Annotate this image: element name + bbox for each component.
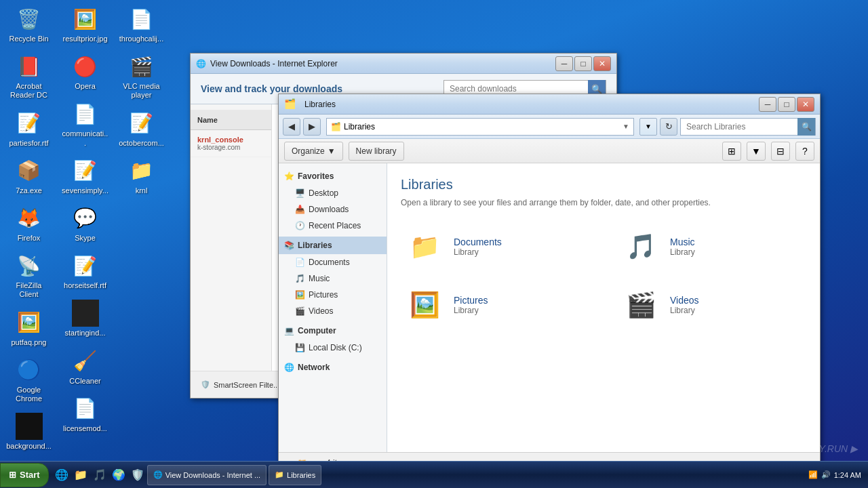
organize-label: Organize [292,146,325,156]
libraries-sidebar: ⭐ Favorites 🖥️ Desktop 📥 Downloads 🕐 Rec… [279,163,387,452]
ie-minimize-button[interactable]: ─ [555,56,573,71]
icon-throughcalij[interactable]: 📄 throughcalij... [116,3,167,45]
sidebar-section-libraries: 📚 Libraries 📄 Documents 🎵 Music 🖼️ Pictu… [279,237,387,319]
taskbar-explorer-icon[interactable]: 📁 [71,466,90,485]
ie-title-icon: 🌐 [196,59,206,68]
icon-recycle-bin[interactable]: 🗑️ Recycle Bin [3,3,54,45]
ie-maximize-button[interactable]: □ [574,56,592,71]
icon-firefox[interactable]: 🦊 Firefox [3,203,54,245]
libraries-close-button[interactable]: ✕ [797,97,814,112]
icon-resultprior[interactable]: 🖼️ resultprior.jpg [60,3,111,45]
icon-krnl[interactable]: 📁 krnl [116,155,167,197]
help-button[interactable]: ? [795,142,814,161]
libraries-minimize-button[interactable]: ─ [759,97,776,112]
view-layout-button[interactable]: ⊞ [722,142,741,161]
icon-background[interactable]: background... [3,411,54,453]
ie-title: 🌐 View Downloads - Internet Explorer [196,59,555,68]
local-disk-icon: 💾 [295,343,305,352]
refresh-button[interactable]: ↻ [660,118,677,136]
library-search-input[interactable] [681,122,797,131]
new-library-button[interactable]: New library [349,142,404,161]
libraries-main-desc: Open a library to see your files and arr… [401,198,806,207]
view-dropdown-button[interactable]: ▼ [747,142,766,161]
icon-acrobat[interactable]: 📕 Acrobat Reader DC [3,51,54,102]
icon-7za[interactable]: 📦 7za.exe [3,155,54,197]
address-bar[interactable]: 🗂️ Libraries ▼ [326,118,634,136]
libraries-body: ⭐ Favorites 🖥️ Desktop 📥 Downloads 🕐 Rec… [279,163,820,452]
icon-ccleaner[interactable]: 🧹 CCleaner [60,346,111,388]
icon-licensemod[interactable]: 📄 licensemod... [60,393,111,435]
taskbar-security-icon[interactable]: 🛡️ [128,466,147,485]
library-search-box: 🔍 [680,118,816,136]
library-item-documents[interactable]: 📁 Documents Library [401,224,590,269]
sidebar-computer-header[interactable]: 💻 Computer [279,322,387,340]
tray-time: 1:24 AM [834,471,861,479]
libraries-toolbar: Organize ▼ New library ⊞ ▼ ⊟ ? [279,139,820,163]
library-search-button[interactable]: 🔍 [797,118,815,136]
ie-titlebar[interactable]: 🌐 View Downloads - Internet Explorer ─ □… [191,54,616,74]
sidebar-libraries-header[interactable]: 📚 Libraries [279,237,387,254]
ie-close-button[interactable]: ✕ [593,56,611,71]
sidebar-item-desktop[interactable]: 🖥️ Desktop [279,185,387,201]
icon-horseitself[interactable]: 📝 horseitself.rtf [60,250,111,292]
start-button[interactable]: ⊞ Start [0,463,49,487]
sidebar-item-pictures[interactable]: 🖼️ Pictures [279,287,387,303]
libraries-navbar: ◀ ▶ 🗂️ Libraries ▼ ▼ ↻ 🔍 [279,115,820,139]
ie-download-item[interactable]: krnl_console k-storage.com [191,130,271,157]
icon-octobercom[interactable]: 📝 octobercom... [116,108,167,150]
icon-label-chrome: Google Chrome [5,386,52,403]
taskbar-ie-window[interactable]: 🌐 View Downloads - Internet ... [147,465,267,485]
ie-view-title: View and track your downloads [201,83,342,94]
icon-label-acrobat: Acrobat Reader DC [5,82,52,100]
skype-icon: 💬 [72,205,99,232]
libraries-window-controls: ─ □ ✕ [759,97,814,112]
organize-button[interactable]: Organize ▼ [284,142,343,161]
sidebar-network-header[interactable]: 🌐 Network [279,359,387,376]
sidebar-libraries-label: Libraries [298,241,332,250]
resultprior-icon: 🖼️ [72,5,99,33]
icon-chrome[interactable]: 🔵 Google Chrome [3,354,54,405]
icon-label-putfaq: putfaq.png [12,338,47,347]
library-item-videos[interactable]: 🎬 Videos Library [617,283,806,327]
library-item-pictures[interactable]: 🖼️ Pictures Library [401,283,590,327]
sidebar-item-downloads[interactable]: 📥 Downloads [279,201,387,218]
icon-vlc[interactable]: 🎬 VLC media player [116,51,167,102]
libraries-titlebar[interactable]: 🗂️ Libraries ─ □ ✕ [279,94,820,115]
icon-communication[interactable]: 📄 communicati... [60,98,111,149]
7za-icon: 📦 [16,157,43,184]
videos-library-name: Videos [670,295,699,306]
taskbar-lib-item-icon: 📁 [275,470,284,479]
icon-label-firefox: Firefox [18,234,41,243]
sidebar-favorites-header[interactable]: ⭐ Favorites [279,167,387,185]
library-item-music[interactable]: 🎵 Music Library [617,224,806,269]
sidebar-item-videos[interactable]: 🎬 Videos [279,303,387,319]
taskbar-libraries-window[interactable]: 📁 Libraries [269,465,321,485]
icon-filezilla[interactable]: 📡 FileZilla Client [3,250,54,301]
icon-label-octobercom: octobercom... [119,139,164,148]
taskbar-browser-icon[interactable]: 🌍 [109,466,128,485]
icon-putfaq[interactable]: 🖼️ putfaq.png [3,307,54,349]
back-button[interactable]: ◀ [283,118,300,136]
documents-library-name: Documents [454,237,502,247]
taskbar-ie-icon[interactable]: 🌐 [52,466,71,485]
icon-label-throughcalij: throughcalij... [119,35,163,43]
music-icon-small: 🎵 [295,274,305,283]
address-dropdown-button[interactable]: ▼ [639,118,657,136]
sidebar-item-music[interactable]: 🎵 Music [279,270,387,287]
taskbar-ie-item-label: View Downloads - Internet ... [165,471,260,479]
icon-opera[interactable]: 🔴 Opera [60,51,111,93]
libraries-maximize-button[interactable]: □ [778,97,795,112]
sidebar-section-computer: 💻 Computer 💾 Local Disk (C:) [279,322,387,356]
icon-sevensimply[interactable]: 📝 sevensimply... [60,155,111,197]
forward-button[interactable]: ▶ [303,118,321,136]
taskbar-media-icon[interactable]: 🎵 [90,466,109,485]
sidebar-item-documents[interactable]: 📄 Documents [279,254,387,270]
icon-startingind[interactable]: startingind... [60,298,111,340]
libraries-window: 🗂️ Libraries ─ □ ✕ ◀ ▶ 🗂️ Libraries ▼ ▼ … [278,94,821,473]
icon-partiesfor[interactable]: 📝 partiesfor.rtf [3,108,54,150]
sidebar-item-local-disk[interactable]: 💾 Local Disk (C:) [279,340,387,356]
view-panes-button[interactable]: ⊟ [771,142,790,161]
ie-search-input[interactable] [444,84,588,94]
icon-skype[interactable]: 💬 Skype [60,203,111,245]
sidebar-item-recent-places[interactable]: 🕐 Recent Places [279,218,387,234]
